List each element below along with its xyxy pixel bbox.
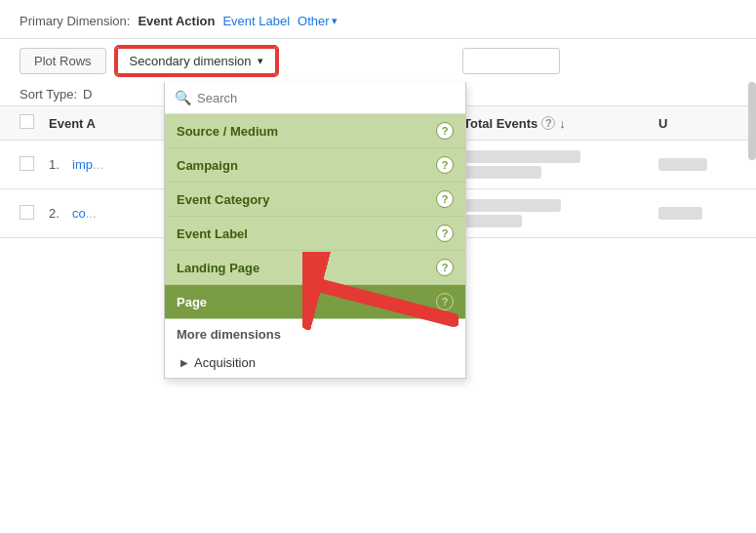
row1-number: 1. — [49, 157, 72, 172]
dropdown-scrollbar[interactable] — [748, 82, 756, 160]
row2-number: 2. — [49, 206, 72, 221]
col-total-events: Total Events ? ↓ — [463, 116, 658, 131]
dropdown-search-area: 🔍 — [165, 82, 465, 114]
header-checkbox — [20, 114, 49, 132]
plot-rows-button[interactable]: Plot Rows — [20, 48, 106, 74]
help-icon-source-medium: ? — [436, 122, 454, 140]
help-icon-campaign: ? — [436, 156, 454, 174]
total-events-help-icon: ? — [541, 116, 555, 130]
dropdown-item-event-category[interactable]: Event Category ? — [165, 183, 465, 217]
row1-u-value — [658, 158, 736, 171]
row2-value — [463, 199, 658, 227]
col-u: U — [658, 116, 736, 131]
help-icon-event-category: ? — [436, 190, 454, 208]
dropdown-item-page[interactable]: Page ? — [165, 285, 465, 319]
acquisition-expand-icon: ▶ — [180, 357, 188, 368]
help-icon-event-label: ? — [436, 225, 454, 242]
sort-down-icon[interactable]: ↓ — [559, 116, 566, 131]
search-icon: 🔍 — [175, 90, 191, 105]
sort-type-value: D — [83, 87, 92, 102]
row2-u-value — [658, 207, 736, 220]
secondary-dim-caret-icon: ▾ — [258, 55, 263, 67]
event-label-link[interactable]: Event Label — [222, 14, 290, 28]
other-caret-icon: ▾ — [332, 15, 338, 27]
dropdown-item-event-label[interactable]: Event Label ? — [165, 217, 465, 251]
dropdown-item-campaign[interactable]: Campaign ? — [165, 148, 465, 183]
dropdown-search-input[interactable] — [197, 91, 456, 105]
acquisition-item[interactable]: ▶ Acquisition — [165, 349, 465, 378]
sort-type-label: Sort Type: — [20, 87, 77, 102]
secondary-dimension-button[interactable]: Secondary dimension ▾ — [116, 47, 277, 75]
primary-dimension-bar: Primary Dimension: Event Action Event La… — [0, 0, 756, 39]
event-action-link[interactable]: Event Action — [138, 14, 215, 28]
row1-value — [463, 150, 658, 179]
primary-dim-label: Primary Dimension: — [20, 14, 130, 28]
row1-checkbox[interactable] — [20, 156, 49, 174]
secondary-dimension-dropdown: 🔍 Source / Medium ? Campaign ? Event Cat… — [164, 82, 466, 379]
toolbar-row: Plot Rows Secondary dimension ▾ 🔍 Source… — [0, 39, 756, 83]
help-icon-landing-page: ? — [436, 259, 454, 276]
dropdown-item-source-medium[interactable]: Source / Medium ? — [165, 114, 465, 148]
more-dimensions-header: More dimensions — [165, 319, 465, 349]
row2-checkbox[interactable] — [20, 205, 49, 223]
search-table-input[interactable] — [462, 48, 560, 74]
dropdown-item-landing-page[interactable]: Landing Page ? — [165, 251, 465, 285]
other-link[interactable]: Other ▾ — [298, 14, 338, 28]
help-icon-page: ? — [436, 293, 454, 310]
